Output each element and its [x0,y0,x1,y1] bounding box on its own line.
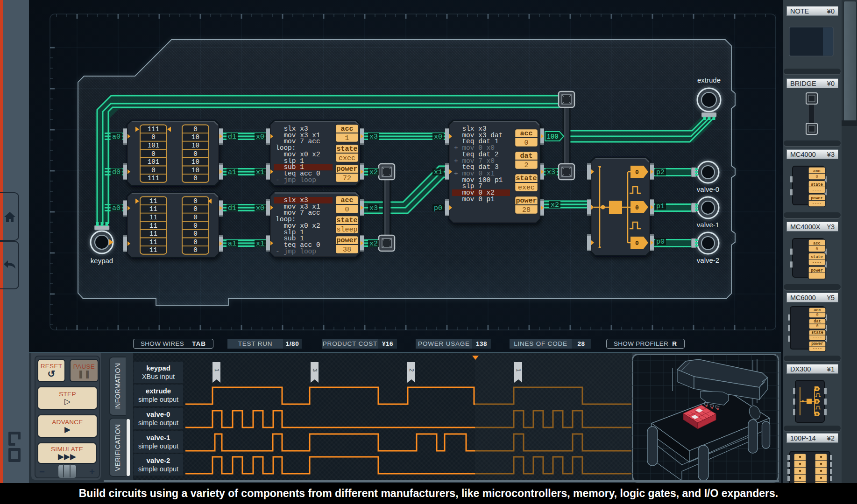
svg-text:10: 10 [191,158,199,166]
svg-text:x2: x2 [551,201,559,209]
svg-text:0: 0 [193,230,197,238]
svg-text:x1: x1 [256,168,264,176]
svg-text:0: 0 [193,214,197,221]
svg-text:dat: dat [520,152,532,160]
svg-text:power: power [811,196,823,201]
svg-text:0: 0 [193,126,197,133]
svg-text:111: 111 [148,126,159,133]
svg-text:100: 100 [546,133,558,140]
svg-text:0: 0 [193,238,197,246]
svg-text:x0: x0 [256,204,264,212]
svg-text:state: state [811,330,823,335]
svg-text:11: 11 [149,238,157,246]
svg-text:power: power [516,197,537,205]
svg-text:0: 0 [345,206,349,214]
svg-text:11: 11 [149,214,157,221]
svg-text:state: state [336,145,357,153]
svg-text:exec: exec [518,184,535,192]
svg-text:d1: d1 [228,204,236,212]
svg-text:valve-1: valve-1 [697,221,719,229]
svg-text:x3: x3 [547,168,555,176]
svg-text:10: 10 [191,142,199,149]
svg-text:0: 0 [816,313,818,317]
svg-text:power: power [336,165,357,173]
svg-text:state: state [811,182,823,187]
svg-text:acc: acc [340,196,353,204]
svg-text:state: state [811,255,823,259]
svg-text:111: 111 [148,175,159,182]
svg-text:0: 0 [816,400,818,404]
svg-text:0: 0 [524,139,528,147]
svg-text:state: state [336,217,357,224]
svg-text:sleep: sleep [336,226,357,234]
svg-text:exec: exec [339,154,355,162]
svg-text:0: 0 [816,387,818,391]
svg-text:11: 11 [149,230,157,238]
svg-text:a0: a0 [112,133,120,141]
svg-text:p2: p2 [656,168,665,176]
svg-text:0: 0 [193,175,197,182]
svg-text:acc: acc [813,241,820,246]
svg-text:x1: x1 [434,168,442,176]
svg-text:0: 0 [635,169,639,176]
svg-text:p0: p0 [656,238,665,246]
svg-text:keypad: keypad [91,257,113,265]
svg-text:- jmp loop: - jmp loop [276,248,316,255]
svg-text:3: 3 [312,369,318,372]
svg-text:d0: d0 [112,168,120,176]
svg-text:0: 0 [151,167,155,174]
svg-text:acc: acc [814,308,821,313]
svg-text:----: ---- [812,274,822,279]
svg-text:0: 0 [193,197,197,205]
svg-text:a0: a0 [112,204,120,212]
svg-text:2: 2 [408,369,415,372]
svg-text:28: 28 [522,206,531,214]
svg-text:72: 72 [343,175,351,182]
svg-text:x3: x3 [369,133,378,141]
svg-text:0: 0 [635,240,639,247]
svg-text:----: ---- [813,335,822,340]
svg-text:0: 0 [151,133,155,141]
svg-text:x2: x2 [369,168,378,176]
svg-text:0: 0 [816,413,818,416]
svg-text:a1: a1 [228,168,236,176]
svg-text:0: 0 [193,246,197,254]
svg-text:----: ---- [812,188,822,193]
svg-text:0: 0 [815,175,818,179]
svg-text:0: 0 [151,150,155,158]
svg-text:----: ---- [813,346,822,351]
svg-text:state: state [516,175,537,182]
svg-text:x3: x3 [369,204,378,212]
svg-text:11: 11 [149,197,157,205]
svg-text:11: 11 [149,205,157,213]
svg-text:----: ---- [812,202,822,206]
svg-text:11: 11 [149,222,157,230]
svg-text:p1: p1 [656,203,665,210]
svg-text:dat: dat [814,319,821,324]
svg-text:1: 1 [213,369,220,372]
svg-text:mov 0 p1: mov 0 p1 [454,196,495,203]
svg-text:acc: acc [520,130,532,138]
svg-text:valve-0: valve-0 [697,185,719,193]
svg-text:power: power [811,342,823,346]
svg-text:1: 1 [345,134,349,142]
svg-text:valve-2: valve-2 [697,256,719,264]
svg-text:x0: x0 [256,133,264,141]
svg-text:0: 0 [635,204,639,211]
svg-text:10: 10 [191,167,199,174]
svg-text:101: 101 [148,142,159,149]
svg-text:x0: x0 [434,133,442,141]
svg-text:2: 2 [524,161,528,169]
svg-text:0: 0 [193,205,197,213]
svg-text:power: power [336,237,357,245]
svg-text:----: ---- [812,260,822,265]
svg-text:101: 101 [148,158,159,166]
svg-text:10: 10 [191,133,199,141]
svg-text:38: 38 [343,246,351,254]
svg-text:power: power [811,268,823,273]
svg-text:- jmp loop: - jmp loop [276,176,316,184]
svg-text:x2: x2 [369,240,378,248]
svg-text:acc: acc [813,169,820,174]
svg-text:p0: p0 [434,204,442,212]
svg-text:d1: d1 [228,133,236,141]
